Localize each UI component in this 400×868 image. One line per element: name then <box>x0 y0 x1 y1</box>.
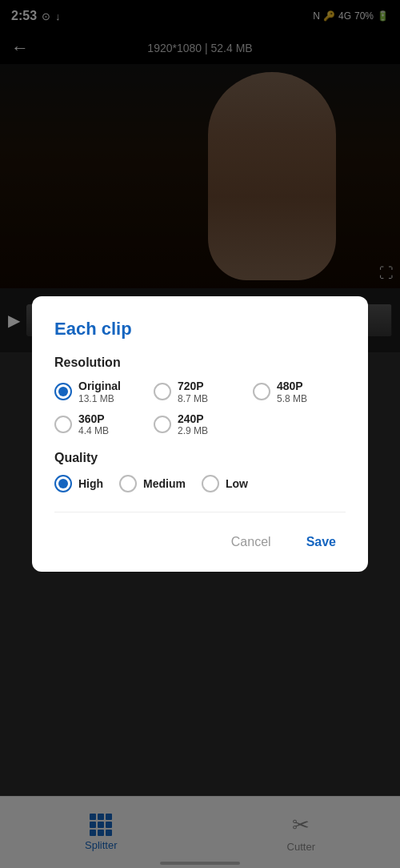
resolution-original[interactable]: Original 13.1 MB <box>54 380 147 404</box>
quality-high-label: High <box>78 477 103 491</box>
radio-original-circle <box>54 383 72 400</box>
radio-240p-sub: 2.9 MB <box>178 425 208 436</box>
quality-low[interactable]: Low <box>202 475 248 492</box>
dialog-title: Each clip <box>54 319 346 340</box>
radio-360p-text: 360P 4.4 MB <box>78 412 109 437</box>
radio-360p-main: 360P <box>78 412 109 426</box>
radio-low-circle <box>202 475 219 492</box>
radio-720p-text: 720P 8.7 MB <box>178 380 208 404</box>
radio-480p-text: 480P 5.8 MB <box>277 380 307 404</box>
radio-480p-main: 480P <box>277 380 307 393</box>
dialog: Each clip Resolution Original 13.1 MB 72… <box>32 296 368 573</box>
quality-medium-label: Medium <box>143 477 186 491</box>
quality-medium[interactable]: Medium <box>119 475 186 492</box>
radio-240p-main: 240P <box>178 412 208 426</box>
radio-360p-circle <box>54 416 72 433</box>
save-button[interactable]: Save <box>297 528 346 556</box>
radio-720p-circle <box>154 383 171 400</box>
radio-high-circle <box>54 475 72 492</box>
radio-240p-circle <box>154 416 171 433</box>
resolution-720p[interactable]: 720P 8.7 MB <box>154 380 246 404</box>
radio-original-main: Original <box>78 380 121 393</box>
resolution-240p[interactable]: 240P 2.9 MB <box>154 412 246 437</box>
radio-240p-text: 240P 2.9 MB <box>178 412 208 437</box>
quality-low-label: Low <box>226 477 248 491</box>
radio-480p-sub: 5.8 MB <box>277 393 307 404</box>
radio-360p-sub: 4.4 MB <box>78 425 109 436</box>
resolution-480p[interactable]: 480P 5.8 MB <box>253 380 346 404</box>
radio-original-sub: 13.1 MB <box>78 393 121 404</box>
resolution-label: Resolution <box>54 356 346 370</box>
quality-high[interactable]: High <box>54 475 103 492</box>
dialog-divider <box>54 512 346 512</box>
overlay-backdrop: Each clip Resolution Original 13.1 MB 72… <box>0 0 400 868</box>
radio-720p-main: 720P <box>178 380 208 393</box>
dialog-actions: Cancel Save <box>54 525 346 556</box>
quality-label: Quality <box>54 451 346 465</box>
resolution-360p[interactable]: 360P 4.4 MB <box>54 412 147 437</box>
radio-original-text: Original 13.1 MB <box>78 380 121 404</box>
quality-options: High Medium Low <box>54 475 346 492</box>
radio-medium-circle <box>119 475 137 492</box>
cancel-button[interactable]: Cancel <box>222 528 281 556</box>
resolution-options: Original 13.1 MB 720P 8.7 MB 480P 5.8 MB <box>54 380 346 437</box>
radio-480p-circle <box>253 383 270 400</box>
radio-720p-sub: 8.7 MB <box>178 393 208 404</box>
